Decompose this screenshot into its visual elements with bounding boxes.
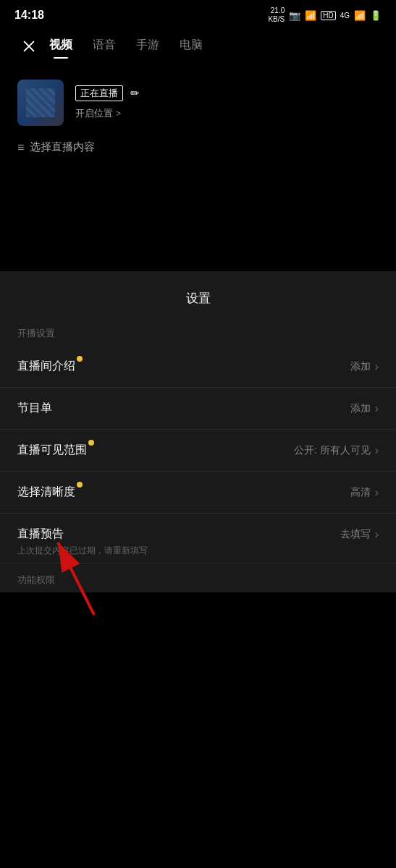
dot-indicator-quality (77, 482, 83, 488)
status-icons: 21.0KB/S 📷 📶 HD 4G 📶 🔋 (268, 7, 382, 24)
top-nav: 视频 语音 手游 电脑 (0, 27, 396, 65)
location-label: 开启位置 (75, 107, 113, 120)
settings-item-visibility[interactable]: 直播可见范围 公开: 所有人可见 › (0, 430, 396, 472)
settings-wrapper: 设置 开播设置 直播间介绍 添加 › 节目单 添加 › 直播可见范围 公开: 所… (0, 277, 396, 592)
settings-item-left-visibility: 直播可见范围 (17, 443, 87, 458)
tab-video[interactable]: 视频 (49, 38, 72, 56)
settings-item-right-preview: 去填写 › (340, 528, 379, 541)
preview-value: 去填写 (340, 528, 371, 541)
settings-item-room-intro[interactable]: 直播间介绍 添加 › (0, 346, 396, 388)
chevron-right-icon-2: › (375, 402, 379, 415)
select-content-row[interactable]: ≡ 选择直播内容 (17, 136, 379, 158)
chevron-right-icon-4: › (375, 486, 379, 499)
speed-indicator: 21.0KB/S (268, 7, 285, 24)
room-intro-label: 直播间介绍 (17, 359, 75, 374)
settings-item-left-room-intro: 直播间介绍 (17, 359, 75, 374)
settings-item-right-quality: 高清 › (350, 486, 379, 499)
schedule-label: 节目单 (17, 401, 52, 416)
chevron-right-icon-5: › (375, 528, 379, 541)
quality-label: 选择清晰度 (17, 485, 75, 500)
chevron-right-icon-3: › (375, 444, 379, 457)
select-content-label: 选择直播内容 (30, 140, 95, 154)
visibility-label: 直播可见范围 (17, 443, 87, 458)
settings-item-schedule[interactable]: 节目单 添加 › (0, 388, 396, 430)
signal-icon: 📶 (354, 10, 366, 21)
profile-section: 正在直播 ✏ 开启位置 ≡ 选择直播内容 (0, 65, 396, 170)
profile-row: 正在直播 ✏ 开启位置 (17, 80, 379, 126)
chevron-right-icon: › (375, 360, 379, 373)
tab-mobile-game[interactable]: 手游 (136, 38, 159, 56)
status-bar: 14:18 21.0KB/S 📷 📶 HD 4G 📶 🔋 (0, 0, 396, 27)
close-button[interactable] (17, 35, 41, 58)
settings-item-preview[interactable]: 直播预告 去填写 › 上次提交内容已过期，请重新填写 (0, 514, 396, 563)
avatar (17, 80, 64, 126)
preview-label: 直播预告 (17, 527, 64, 542)
tab-voice[interactable]: 语音 (93, 38, 116, 56)
tab-pc[interactable]: 电脑 (180, 38, 203, 56)
preview-note: 上次提交内容已过期，请重新填写 (17, 542, 148, 557)
settings-item-left-quality: 选择清晰度 (17, 485, 75, 500)
quality-value: 高清 (350, 486, 371, 499)
func-section-label: 功能权限 (0, 563, 396, 592)
settings-item-right-visibility: 公开: 所有人可见 › (294, 444, 379, 457)
wifi-icon: 📶 (305, 10, 316, 21)
hd-badge: HD (321, 11, 335, 20)
section-divider (0, 271, 396, 277)
edit-icon[interactable]: ✏ (129, 88, 140, 99)
room-intro-value: 添加 (350, 360, 371, 373)
dot-indicator-room-intro (77, 356, 83, 362)
profile-info: 正在直播 ✏ 开启位置 (75, 85, 140, 120)
live-status: 正在直播 ✏ (75, 85, 140, 101)
settings-item-right-schedule: 添加 › (350, 402, 379, 415)
dot-indicator-visibility (88, 440, 94, 446)
settings-title: 设置 (0, 277, 396, 317)
location-button[interactable]: 开启位置 (75, 107, 140, 120)
camera-icon: 📷 (289, 10, 300, 21)
4g-indicator: 4G (340, 12, 350, 20)
list-icon: ≡ (17, 141, 24, 154)
preview-area (0, 170, 396, 271)
live-status-text: 正在直播 (75, 85, 123, 101)
nav-tabs: 视频 语音 手游 电脑 (49, 38, 379, 56)
broadcast-section-label: 开播设置 (0, 317, 396, 346)
battery-icon: 🔋 (370, 10, 382, 21)
settings-item-right-room-intro: 添加 › (350, 360, 379, 373)
schedule-value: 添加 (350, 402, 371, 415)
settings-item-left-preview: 直播预告 (17, 527, 64, 542)
visibility-value: 公开: 所有人可见 (294, 444, 371, 457)
status-time: 14:18 (14, 9, 44, 22)
settings-item-quality[interactable]: 选择清晰度 高清 › (0, 472, 396, 514)
settings-item-left-schedule: 节目单 (17, 401, 52, 416)
